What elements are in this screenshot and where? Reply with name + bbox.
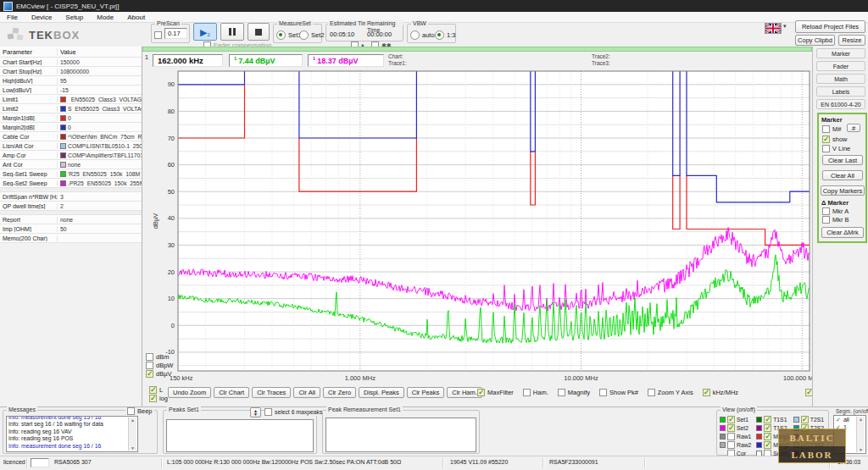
prescan-checkbox[interactable] — [154, 31, 162, 39]
title-bar[interactable]: EMCview [ - CISP25_NEU_VT.prj] — [0, 0, 868, 12]
copy-markers-button[interactable]: Copy Markers — [821, 185, 865, 196]
svg-text:10.000 MHz: 10.000 MHz — [564, 374, 598, 382]
menu-mode[interactable]: Mode — [90, 14, 120, 21]
emi-spectrum-chart[interactable]: 9080706050403020100-10dBµV150 kHz1.000 M… — [142, 68, 812, 388]
clear-all-button[interactable]: Clear All — [822, 170, 863, 180]
set1-radio[interactable]: Set1 — [276, 30, 301, 40]
zoom-y-axis-checkbox[interactable]: Zoom Y Axis — [648, 389, 693, 396]
remeasurement-listbox[interactable] — [326, 417, 476, 452]
clr-all-button[interactable]: Clr All — [293, 387, 320, 398]
peaks-spinner[interactable]: ▲▼ — [250, 407, 261, 417]
show-markers-checkbox[interactable]: show — [822, 135, 848, 143]
delta-marker-title: Δ Marker — [821, 199, 849, 207]
param-row[interactable]: Low[dBuV]-15 — [0, 86, 142, 95]
parameter-panel: ParameterValueChart Start[Hz]150000Chart… — [0, 47, 142, 406]
segm-scrollbar[interactable]: ▲▼ — [856, 417, 865, 452]
peaks-label: Peaks Set1 — [167, 406, 201, 413]
param-row[interactable]: Imp [OHM]50 — [0, 224, 142, 234]
sidebar-tab-marker[interactable]: Marker — [816, 48, 865, 58]
param-row[interactable]: QP dwell time[s]2 — [0, 202, 142, 211]
clear-delta-marker-button[interactable]: Clear ΔMrk — [821, 227, 864, 238]
menu-about[interactable]: About — [120, 14, 152, 21]
menu-setup[interactable]: Setup — [58, 14, 90, 21]
mkr-a-checkbox[interactable]: Mkr A — [822, 207, 849, 215]
status-settings: L:105 000 000Hz R:130 000 000Hz Bw:12000… — [167, 459, 401, 465]
unit-dbm-checkbox[interactable]: dBm — [146, 353, 173, 361]
trace-color-swatch — [720, 425, 726, 431]
menu-file[interactable]: File — [0, 14, 25, 21]
clr-zero-button[interactable]: Clr Zero — [323, 387, 356, 398]
undo-zoom-button[interactable]: Undo Zoom — [168, 387, 211, 398]
marker-number-checkbox[interactable]: M# — [822, 125, 841, 133]
beep-checkbox[interactable]: Beep — [125, 407, 154, 415]
show-pk--checkbox[interactable]: Show Pk# — [599, 389, 638, 396]
vbw-auto-radio[interactable]: auto — [410, 30, 435, 40]
app-icon — [3, 2, 13, 11]
stop-button[interactable] — [248, 23, 270, 41]
log-checkbox[interactable]: log — [149, 395, 168, 402]
param-row[interactable]: DriftSpan n*RBW [Hz]3 — [0, 192, 142, 202]
mkr-b-checkbox[interactable]: Mkr B — [822, 216, 849, 224]
param-row[interactable]: Seg-Set2 Sweep.PR25_EN55025_150k_255M_PK… — [0, 179, 142, 188]
message-item: Info: reading seg 16 VAV — [7, 429, 137, 435]
param-row[interactable]: Seg-Set1 Sweep'R25_EN55025_150k_108M_AVG… — [0, 169, 142, 179]
sidebar-tab-fader[interactable]: Fader — [816, 61, 865, 71]
reload-project-files-button[interactable]: Reload Project Files — [795, 20, 865, 33]
param-row[interactable]: Reportnone — [0, 215, 142, 224]
view-checkbox-raw2[interactable] — [727, 441, 735, 449]
view-checkbox-marg2[interactable] — [764, 441, 771, 449]
sidebar-tab-math[interactable]: Math — [816, 74, 865, 84]
pause-button[interactable] — [220, 23, 244, 41]
trace-color-swatch — [756, 417, 762, 423]
param-row[interactable]: Amp CorCOMP\Amplifiers\TBFL1170129M.amp — [0, 151, 142, 160]
messages-listbox[interactable]: Info: measurement done seg 15 / 16Info: … — [6, 416, 138, 452]
param-row[interactable]: Cable Cor^\Other\Nm_BNCm_75cm_RG223.cac — [0, 132, 142, 141]
param-table-header: ParameterValue — [0, 47, 142, 58]
khz-mhz-checkbox[interactable]: kHz/MHz — [703, 389, 738, 396]
messages-group: Messages Beep Info: measurement done seg… — [3, 410, 158, 454]
select-maxpeaks-checkbox[interactable]: select 6 maxpeaks — [264, 408, 322, 416]
param-row[interactable]: Memo(200 Char) — [0, 234, 142, 243]
param-color-swatch — [60, 124, 66, 130]
clr-traces-button[interactable]: Clr Traces — [252, 387, 291, 398]
vline-checkbox[interactable]: V Line — [822, 145, 850, 152]
messages-scrollbar[interactable]: ▲▼ — [128, 417, 136, 451]
ham--checkbox[interactable]: Ham. — [523, 389, 548, 396]
view-checkbox-set2[interactable] — [727, 424, 735, 432]
copy-clipbd-button[interactable]: Copy Clipbd — [795, 35, 835, 46]
set2-radio[interactable]: Set2 — [299, 30, 324, 40]
param-row[interactable]: Chart Stop[Hz]108000000 — [0, 67, 142, 76]
displ-peaks-button[interactable]: Displ. Peaks — [359, 387, 404, 398]
magnify-checkbox[interactable]: Magnify — [558, 389, 590, 396]
play-button[interactable]: ▶ 2 — [193, 23, 217, 41]
unit-dbµv-checkbox[interactable]: dBµV — [146, 370, 173, 378]
clear-last-button[interactable]: Clear Last — [822, 155, 863, 165]
maxfilter-checkbox[interactable]: MaxFilter — [477, 389, 514, 396]
param-row[interactable]: High[dBuV]95 — [0, 76, 142, 86]
peaks-listbox[interactable] — [166, 419, 314, 452]
resize-button[interactable]: Resize — [838, 35, 865, 46]
sidebar-tab-labels[interactable]: Labels — [816, 86, 865, 97]
param-row[interactable]: Chart Start[Hz]150000 — [0, 58, 142, 67]
param-row[interactable]: Lisn/Att CorCOMP\LISN\TBL0510-1_25032.ls… — [0, 141, 142, 151]
param-row[interactable]: Margin2[dB]0 — [0, 123, 142, 132]
trace2-label: Trace2: — [592, 53, 610, 59]
clr-peaks-button[interactable]: Clr Peaks — [407, 387, 445, 398]
view-item-raw2: Raw2 — [720, 441, 753, 449]
param-row[interactable]: Limit2S_EN55025_Class3_VOLTAGE_PK.lim — [0, 104, 142, 113]
param-row[interactable]: Ant Cornone — [0, 160, 142, 169]
vbw-13-radio[interactable]: 1:3 — [435, 30, 455, 40]
status-input[interactable] — [31, 458, 49, 467]
param-row[interactable]: Limit1_EN55025_Class3_VOLTAGE_AVG.lim — [0, 95, 142, 104]
language-dropdown[interactable]: ▾ — [765, 23, 790, 36]
svg-text:30: 30 — [168, 241, 175, 249]
clr-chart-button[interactable]: Clr Chart — [214, 387, 249, 398]
marker-number-button[interactable]: # — [847, 124, 860, 132]
view-checkbox-raw1[interactable] — [727, 433, 735, 440]
param-row[interactable]: Margin1[dB]0 — [0, 113, 142, 123]
window-title: EMCview [ - CISP25_NEU_VT.prj] — [16, 3, 119, 10]
prescan-input[interactable]: 0.17 — [164, 28, 187, 39]
trace-color-swatch — [756, 442, 762, 448]
sidebar-tab-en-61000-4-20[interactable]: EN 61000-4-20 — [816, 99, 865, 109]
menu-device[interactable]: Device — [25, 14, 58, 21]
